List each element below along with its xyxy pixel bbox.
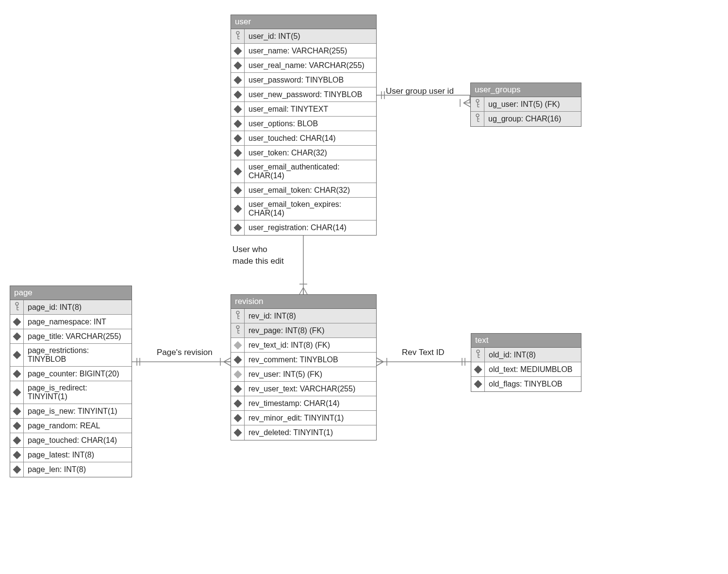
diamond-icon bbox=[13, 388, 21, 397]
field-label: old_flags: TINYBLOB bbox=[485, 377, 581, 391]
entity-user-groups-header: user_groups bbox=[471, 83, 581, 97]
diamond-icon bbox=[13, 436, 21, 444]
diamond-icon bbox=[233, 414, 242, 422]
attribute-icon-cell bbox=[231, 146, 245, 160]
field-row: user_password: TINYBLOB bbox=[231, 73, 376, 87]
svg-line-25 bbox=[377, 362, 383, 366]
field-row: page_counter: BIGINT(20) bbox=[10, 367, 132, 381]
svg-line-18 bbox=[224, 362, 231, 366]
field-label: page_latest: INT(8) bbox=[24, 448, 132, 462]
field-row: user_email_token: CHAR(32) bbox=[231, 183, 376, 198]
field-label: rev_text_id: INT(8) (FK) bbox=[245, 338, 376, 352]
diamond-icon bbox=[233, 224, 242, 232]
key-icon-cell bbox=[231, 309, 245, 323]
field-label: rev_timestamp: CHAR(14) bbox=[245, 396, 376, 410]
rel-label-user-revision-l1: User who bbox=[232, 245, 267, 254]
diamond-icon bbox=[233, 385, 242, 393]
diamond-icon bbox=[233, 341, 242, 349]
field-row: page_title: VARCHAR(255) bbox=[10, 329, 132, 344]
svg-point-43 bbox=[236, 311, 239, 314]
entity-user-title: user bbox=[235, 17, 251, 26]
diamond-icon bbox=[233, 134, 242, 142]
field-label: user_email: TINYTEXT bbox=[245, 102, 376, 116]
key-icon bbox=[474, 113, 481, 123]
field-row: rev_timestamp: CHAR(14) bbox=[231, 396, 376, 411]
svg-point-47 bbox=[236, 325, 239, 328]
diamond-icon bbox=[233, 168, 242, 176]
field-label: user_name: VARCHAR(255) bbox=[245, 44, 376, 58]
field-row: user_registration: CHAR(14) bbox=[231, 220, 376, 235]
field-row: rev_id: INT(8) bbox=[231, 309, 376, 323]
rel-label-page-revision: Page's revision bbox=[157, 348, 213, 357]
field-label: rev_user: INT(5) (FK) bbox=[245, 367, 376, 381]
attribute-icon-cell bbox=[231, 73, 245, 87]
field-row: page_is_redirect: TINYINT(1) bbox=[10, 381, 132, 404]
key-icon bbox=[475, 349, 481, 359]
diamond-icon bbox=[233, 370, 242, 378]
field-label: rev_id: INT(8) bbox=[245, 309, 376, 323]
field-label: user_touched: CHAR(14) bbox=[245, 131, 376, 145]
attribute-icon-cell bbox=[231, 160, 245, 183]
diamond-icon bbox=[233, 61, 242, 69]
diamond-icon bbox=[13, 351, 21, 359]
entity-text-header: text bbox=[471, 334, 581, 348]
field-label: page_id: INT(8) bbox=[24, 300, 132, 314]
field-row: user_name: VARCHAR(255) bbox=[231, 44, 376, 58]
field-row: rev_page: INT(8) (FK) bbox=[231, 323, 376, 338]
svg-point-39 bbox=[16, 302, 18, 305]
entity-revision-title: revision bbox=[235, 297, 264, 306]
field-row: page_restrictions: TINYBLOB bbox=[10, 344, 132, 367]
attribute-icon-cell bbox=[231, 396, 245, 410]
field-row: user_new_password: TINYBLOB bbox=[231, 87, 376, 102]
attribute-icon-cell bbox=[10, 381, 24, 404]
key-icon bbox=[474, 99, 481, 108]
diamond-icon bbox=[13, 422, 21, 430]
field-row: page_touched: CHAR(14) bbox=[10, 433, 132, 448]
entity-revision-header: revision bbox=[231, 295, 376, 309]
svg-point-51 bbox=[477, 350, 480, 353]
field-label: page_title: VARCHAR(255) bbox=[24, 329, 132, 343]
field-label: page_is_redirect: TINYINT(1) bbox=[24, 381, 132, 404]
field-label: user_token: CHAR(32) bbox=[245, 146, 376, 160]
attribute-icon-cell bbox=[10, 433, 24, 447]
svg-line-23 bbox=[377, 358, 383, 362]
attribute-icon-cell bbox=[471, 362, 485, 376]
field-row: user_email: TINYTEXT bbox=[231, 102, 376, 117]
attribute-icon-cell bbox=[231, 367, 245, 381]
field-label: page_counter: BIGINT(20) bbox=[24, 367, 132, 381]
field-label: user_email_token_expires: CHAR(14) bbox=[245, 198, 376, 220]
field-label: rev_comment: TINYBLOB bbox=[245, 353, 376, 367]
svg-line-9 bbox=[299, 287, 303, 294]
svg-line-11 bbox=[303, 287, 307, 294]
svg-point-27 bbox=[236, 31, 239, 34]
field-label: user_registration: CHAR(14) bbox=[245, 220, 376, 235]
key-icon bbox=[234, 31, 241, 40]
key-icon-cell bbox=[231, 29, 245, 43]
field-row: rev_text_id: INT(8) (FK) bbox=[231, 338, 376, 353]
field-row: user_real_name: VARCHAR(255) bbox=[231, 58, 376, 73]
field-label: old_text: MEDIUMBLOB bbox=[485, 362, 581, 376]
attribute-icon-cell bbox=[471, 377, 485, 391]
diamond-icon bbox=[233, 399, 242, 407]
diamond-icon bbox=[233, 205, 242, 213]
attribute-icon-cell bbox=[231, 338, 245, 352]
diamond-icon bbox=[233, 355, 242, 364]
entity-user: user user_id: INT(5)user_name: VARCHAR(2… bbox=[231, 15, 377, 236]
diamond-icon bbox=[13, 451, 21, 459]
field-label: page_restrictions: TINYBLOB bbox=[24, 344, 132, 366]
field-row: page_is_new: TINYINT(1) bbox=[10, 404, 132, 419]
attribute-icon-cell bbox=[231, 44, 245, 58]
field-label: page_len: INT(8) bbox=[24, 462, 132, 477]
field-label: rev_minor_edit: TINYINT(1) bbox=[245, 411, 376, 425]
key-icon-cell bbox=[231, 323, 245, 338]
field-label: user_password: TINYBLOB bbox=[245, 73, 376, 87]
field-label: rev_user_text: VARCHAR(255) bbox=[245, 382, 376, 396]
svg-point-31 bbox=[476, 99, 479, 102]
attribute-icon-cell bbox=[10, 367, 24, 381]
field-row: page_random: REAL bbox=[10, 419, 132, 433]
field-row: page_namespace: INT bbox=[10, 315, 132, 329]
rel-label-user-revision-l2: made this edit bbox=[232, 256, 284, 266]
attribute-icon-cell bbox=[10, 344, 24, 366]
key-icon bbox=[234, 325, 241, 335]
rel-label-text-revision: Rev Text ID bbox=[402, 348, 445, 357]
